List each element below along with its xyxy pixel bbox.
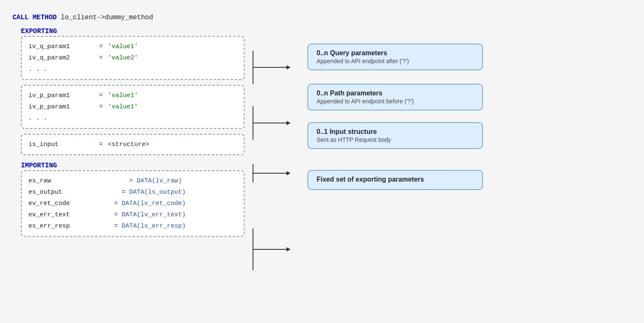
input-structure-box: is_input = <structure>: [21, 134, 245, 155]
param-ev_err_text: ev_err_text: [28, 209, 95, 220]
method-call: lo_client->dummy_method: [61, 14, 153, 21]
param-es_output: es_output: [28, 187, 95, 198]
import-row-4: ev_err_text = DATA(lv_err_text): [28, 209, 237, 220]
eq-7: =: [95, 187, 129, 198]
importing-keyword: IMPORTING: [21, 162, 245, 169]
val-iv_p_param1b: 'value1': [108, 101, 138, 113]
val-iv_p_param1a: 'value1': [108, 90, 138, 101]
eq-4: =: [95, 101, 108, 113]
eq-3: =: [95, 90, 108, 101]
eq-2: =: [95, 52, 108, 64]
val-es_raw: DATA(lv_raw): [137, 175, 182, 187]
param-iv_q_param1: iv_q_param1: [28, 41, 95, 52]
import-row-1: es_raw = DATA(lv_raw): [28, 175, 237, 187]
param-is_input: is_input: [28, 139, 95, 150]
path-row-2: iv_p_param1 = 'value1': [28, 101, 237, 113]
annotation-subtitle-3: Sent as HTTP Request body: [317, 136, 474, 143]
eq-8: =: [95, 198, 122, 209]
import-row-5: es_err_resp = DATA(ls_err_resp): [28, 220, 237, 232]
annotation-subtitle-1: Appended to API endpoint after ('?'): [317, 58, 474, 64]
val-iv_q_param1: 'value1': [108, 41, 138, 52]
exporting-keyword: EXPORTING: [21, 28, 245, 35]
call-keyword: CALL: [13, 14, 28, 21]
method-keyword: METHOD: [33, 14, 57, 21]
val-iv_q_param2: 'value2': [108, 52, 138, 64]
annotation-box-1: 0..n Query parameters Appended to API en…: [307, 44, 483, 70]
val-ev_ret_code: DATA(lv_ret_code): [122, 198, 186, 209]
annotation-title-2: 0..n Path parameters: [317, 90, 474, 97]
query-row-1: iv_q_param1 = 'value1': [28, 41, 237, 52]
svg-marker-8: [286, 171, 291, 175]
left-column: EXPORTING iv_q_param1 = 'value1' iv_q_pa…: [13, 26, 245, 237]
eq-5: =: [95, 139, 108, 150]
path-row-dots: . . .: [28, 113, 237, 124]
param-iv_p_param1a: iv_p_param1: [28, 90, 95, 101]
eq-9: =: [95, 209, 122, 220]
svg-marker-2: [286, 65, 291, 69]
input-row-1: is_input = <structure>: [28, 139, 237, 150]
whole-layout: EXPORTING iv_q_param1 = 'value1' iv_q_pa…: [13, 26, 631, 310]
val-ev_err_text: DATA(lv_err_text): [122, 209, 186, 220]
param-iv_q_param2: iv_q_param2: [28, 52, 95, 64]
connector-svg: [245, 36, 303, 308]
annotation-title-3: 0..1 Input structure: [317, 128, 474, 136]
param-es_raw: es_raw: [28, 175, 95, 187]
header-line: CALL METHOD lo_client->dummy_method: [13, 13, 631, 23]
val-es_err_resp: DATA(ls_err_resp): [122, 220, 186, 232]
eq-1: =: [95, 41, 108, 52]
eq-6: =: [95, 175, 137, 187]
annotation-box-2: 0..n Path parameters Appended to API end…: [307, 84, 483, 110]
dots-2: . . .: [28, 113, 95, 124]
annotation-box-3: 0..1 Input structure Sent as HTTP Reques…: [307, 122, 483, 149]
annotation-title-1: 0..n Query parameters: [317, 49, 474, 57]
dots-1: . . .: [28, 64, 95, 75]
path-row-1: iv_p_param1 = 'value1': [28, 90, 237, 101]
annotation-title-4: Fixed set of exporting parameters: [317, 176, 474, 183]
svg-marker-11: [286, 247, 291, 251]
query-row-dots: . . .: [28, 64, 237, 75]
param-ev_ret_code: ev_ret_code: [28, 198, 95, 209]
annotation-subtitle-2: Appended to API endpoint before ('?'): [317, 98, 474, 105]
main-container: CALL METHOD lo_client->dummy_method EXPO…: [13, 8, 631, 314]
connector-area: [245, 36, 303, 310]
eq-10: =: [95, 220, 122, 232]
param-es_err_resp: es_err_resp: [28, 220, 95, 232]
importing-params-box: es_raw = DATA(lv_raw) es_output = DATA(l…: [21, 170, 245, 237]
import-row-3: ev_ret_code = DATA(lv_ret_code): [28, 198, 237, 209]
param-iv_p_param1b: iv_p_param1: [28, 101, 95, 113]
val-es_output: DATA(ls_output): [129, 187, 186, 198]
query-params-box: iv_q_param1 = 'value1' iv_q_param2 = 'va…: [21, 36, 245, 80]
import-row-2: es_output = DATA(ls_output): [28, 187, 237, 198]
query-row-2: iv_q_param2 = 'value2': [28, 52, 237, 64]
path-params-box: iv_p_param1 = 'value1' iv_p_param1 = 'va…: [21, 85, 245, 129]
svg-marker-5: [286, 121, 291, 125]
val-is_input: <structure>: [108, 139, 149, 150]
annotation-box-4: Fixed set of exporting parameters: [307, 170, 483, 190]
right-column: 0..n Query parameters Appended to API en…: [307, 26, 631, 190]
